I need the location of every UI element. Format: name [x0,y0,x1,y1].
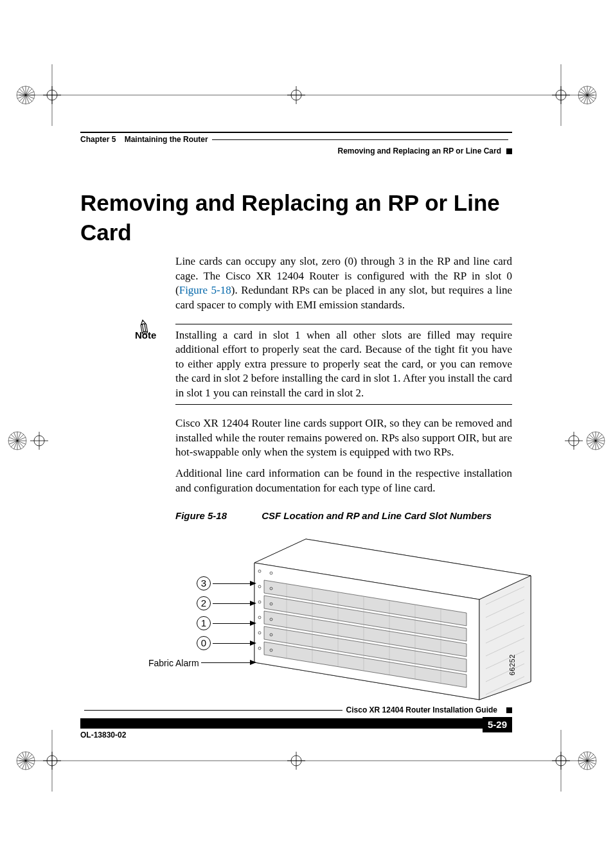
svg-line-53 [22,752,30,769]
svg-line-73 [9,438,26,445]
fabric-alarm-label: Fabric Alarm [148,657,199,669]
section-title: Removing and Replacing an RP or Line Car… [80,188,512,247]
svg-point-66 [8,432,26,450]
svg-point-75 [587,432,605,450]
figure-title: CSF Location and RP and Line Card Slot N… [262,510,492,521]
svg-point-24 [291,90,301,100]
svg-line-36 [22,87,30,103]
svg-point-27 [291,756,301,766]
svg-line-81 [592,432,600,449]
running-header: Chapter 5 Maintaining the Router Removin… [80,132,512,156]
svg-point-12 [47,756,57,766]
svg-line-52 [19,754,32,767]
svg-line-74 [9,438,26,445]
svg-point-15 [556,756,566,766]
figure-link[interactable]: Figure 5-18 [179,284,231,296]
svg-line-43 [581,89,594,102]
svg-marker-122 [250,621,256,626]
paragraph-oir: Cisco XR 12404 Router line cards support… [175,416,512,459]
svg-line-47 [579,92,596,99]
svg-line-63 [584,752,591,769]
svg-line-72 [14,432,21,449]
svg-line-37 [17,92,34,99]
slot-callout-3: 3 [197,576,211,590]
svg-line-65 [579,757,596,765]
page-content: Chapter 5 Maintaining the Router Removin… [80,132,512,701]
svg-marker-124 [250,660,256,665]
slot-callout-1: 1 [197,616,211,630]
guide-title: Cisco XR 12404 Router Installation Guide [346,705,497,716]
svg-line-78 [589,434,602,447]
page-footer: Cisco XR 12404 Router Installation Guide… [80,705,512,740]
svg-point-9 [556,90,566,100]
svg-line-79 [589,434,602,447]
doc-number: OL-13830-02 [80,731,126,741]
svg-line-44 [584,87,591,103]
intro-paragraph: Line cards can occupy any slot, zero (0)… [175,254,512,312]
svg-point-48 [17,752,35,770]
footer-square-icon [506,707,512,713]
svg-line-38 [17,92,34,99]
svg-line-51 [19,754,32,767]
header-square-icon [506,148,512,154]
svg-line-83 [587,438,604,445]
svg-line-55 [17,757,34,765]
svg-point-39 [578,86,596,104]
svg-line-56 [17,757,34,765]
svg-line-69 [11,434,24,447]
figure-number: Figure 5-18 [175,509,259,522]
chapter-title: Maintaining the Router [125,135,208,145]
figure-caption: Figure 5-18 CSF Location and RP and Line… [175,509,512,522]
chapter-number: Chapter 5 [80,135,116,145]
svg-line-45 [584,87,591,103]
page-number: 5-29 [483,717,512,733]
svg-point-21 [569,436,579,446]
svg-line-61 [581,754,594,767]
svg-point-30 [17,86,35,104]
svg-line-54 [22,752,30,769]
svg-line-42 [581,89,594,102]
svg-line-34 [19,89,32,102]
svg-line-70 [11,434,24,447]
svg-line-71 [14,432,21,449]
figure-illustration: 3 2 1 0 Fabric Alarm 66252 [190,534,512,701]
svg-point-18 [34,436,44,446]
slot-callout-0: 0 [197,636,211,650]
svg-line-80 [592,432,600,449]
router-chassis-icon [229,534,544,701]
svg-line-64 [579,757,596,765]
svg-line-62 [584,752,591,769]
svg-point-57 [578,752,596,770]
svg-marker-120 [250,581,256,586]
svg-point-6 [47,90,57,100]
paragraph-additional: Additional line card information can be … [175,466,512,495]
note-block: ✎ Note Installing a card in slot 1 when … [135,324,512,405]
svg-line-46 [579,92,596,99]
svg-line-33 [19,89,32,102]
svg-line-35 [22,87,30,103]
section-label: Removing and Replacing an RP or Line Car… [338,146,502,157]
svg-marker-123 [250,641,256,646]
slot-callout-2: 2 [197,596,211,610]
svg-line-60 [581,754,594,767]
note-text: Installing a card in slot 1 when all oth… [175,328,512,400]
svg-marker-121 [250,601,256,606]
svg-line-82 [587,438,604,445]
